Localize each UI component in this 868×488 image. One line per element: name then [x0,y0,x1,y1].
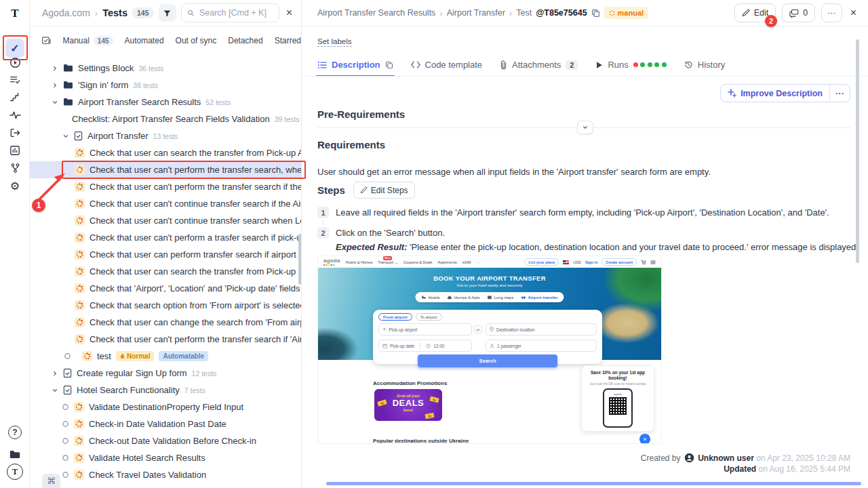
crumb-subsuite[interactable]: Airport Transfer [447,8,505,18]
agoda-nav-hotels-homes[interactable]: Hotels & Homes [346,260,373,264]
tree-doc-row[interactable]: Hotel Search Functionality7 tests [30,382,301,399]
tree-folder-row[interactable]: Airport Transfer Search Results52 tests [30,94,301,110]
filter-tab-starred[interactable]: Starred [275,36,301,45]
deals-banner[interactable]: Grab all your DEALS here! % % % [374,389,442,421]
set-labels-link[interactable]: Set labels [317,37,352,47]
destination-field[interactable]: Destination location [486,323,597,336]
tree-test-row[interactable]: Check that user can't continue transfer … [30,212,301,229]
tree-scrollbar-thumb[interactable] [298,234,301,285]
tree-test-row[interactable]: Check that user can't perform a trasfer … [30,229,301,246]
create-account-button[interactable]: Create account [601,258,637,266]
chevron-down-icon[interactable] [52,99,58,106]
tree-doc-row[interactable]: Create regular Sign Up form12 tests [30,365,301,382]
tree-folder-row[interactable]: 'Sign in' form38 tests [30,77,301,94]
direction-pill-from-airport[interactable]: From airport [378,313,412,321]
tree-test-row[interactable]: Check that user can search the transfer … [30,263,301,280]
agoda-logo[interactable]: agoda [323,258,340,266]
edit-steps-button[interactable]: Edit Steps [353,182,415,199]
improve-description-button[interactable]: Improve Description ··· [720,84,850,102]
filter-tab-manual[interactable]: Manual145 [62,36,113,45]
created-by-user[interactable]: Unknown user [698,453,754,463]
tree-test-row[interactable]: Validate DestinationProperty Field Input [30,399,301,415]
filter-tab-detached[interactable]: Detached [228,36,262,45]
tree-test-row[interactable]: Check-out Date Validation Before Check-i… [30,432,301,449]
search-transfer-button[interactable]: Search [418,354,557,367]
copy-icon[interactable] [385,61,393,69]
tree-test-row[interactable]: Check that user can't continue transfer … [30,195,301,212]
tab-attachments[interactable]: Attachments2 [500,60,578,76]
sign-in-link[interactable]: Sign in [585,260,597,264]
copy-id-icon[interactable] [591,9,600,18]
pulse-activity-icon[interactable] [5,106,24,125]
tree-folder-row[interactable]: Settings Block36 tests [30,60,301,77]
direction-pill-to-airport[interactable]: To airport [416,313,442,321]
tab-runs[interactable]: Runs [595,60,666,76]
attached-screenshot-agoda[interactable]: agoda Hotels & HomesTransport ⌄NewCoupon… [317,256,662,444]
filter-tab-out-of-sync[interactable]: Out of sync [176,36,217,45]
agoda-nav-transport[interactable]: Transport ⌄New [378,260,397,264]
tree-test-row[interactable]: Check that search option from 'From airp… [30,297,301,314]
agoda-tab-homes-apts[interactable]: Homes & Apts [447,295,479,300]
tree-test-row[interactable]: Validate Hotel Search Results [30,449,301,466]
plans-list-icon[interactable] [5,70,24,89]
menu-icon[interactable] [650,260,656,265]
search-box[interactable] [181,3,279,22]
chevron-right-icon[interactable] [52,82,58,89]
close-detail-icon[interactable]: × [848,7,859,19]
tab-code-template[interactable]: Code template [411,60,483,76]
us-flag-icon[interactable] [563,260,569,264]
agoda-tab-hotels[interactable]: Hotels [421,295,439,300]
app-qr-card[interactable]: Save 10% on your 1st app booking! Just s… [581,365,654,432]
tree-test-row[interactable]: Check that user can perform transfer sea… [30,246,301,263]
improve-main[interactable]: Improve Description [721,85,829,102]
collapse-section-button[interactable] [577,121,593,134]
dismiss-qr-button[interactable]: × [639,434,650,444]
chevron-right-icon[interactable] [52,370,58,377]
tree-folder-row[interactable]: Checklist: Airport Transfer Search Field… [30,110,301,127]
currency-selector[interactable]: USD [573,260,581,264]
passengers-field[interactable]: 1 passenger [486,340,597,352]
crumb-suite[interactable]: Airport Transfer Search Results [317,8,435,18]
cart-icon[interactable] [641,260,646,265]
chevron-down-icon[interactable] [52,387,58,394]
settings-gear-icon[interactable]: ⚙ [5,176,24,195]
help-icon[interactable]: ? [8,426,22,439]
tab-description[interactable]: Description [317,60,393,76]
tree-test-row[interactable]: Check that user can't perform the transf… [30,331,301,348]
tree-test-row[interactable]: Check-in Date Validation Past Date [30,415,301,432]
bulk-select-icon[interactable] [41,36,51,46]
pickup-date-time-field[interactable]: Pick-up date 12:00 [378,340,472,352]
projects-folder-icon[interactable] [5,445,24,464]
milestones-steps-icon[interactable] [5,88,24,107]
import-icon[interactable] [5,123,24,142]
tree-test-row[interactable]: Check that user can change the search fr… [30,314,301,331]
tab-history[interactable]: History [684,60,725,76]
tree-test-row[interactable]: Check that user can't perform the transf… [30,178,301,195]
improve-more-button[interactable]: ··· [829,85,850,102]
filter-tab-automated[interactable]: Automated [125,36,164,45]
agoda-nav-[interactable]: ··· [477,260,481,264]
tree-doc-row[interactable]: Airport Transfer13 tests [30,127,301,144]
comments-button[interactable]: 0 [782,3,815,22]
more-actions-button[interactable]: ··· [821,3,842,22]
list-your-place-button[interactable]: List your place [524,258,559,266]
agoda-nav-esim[interactable]: eSIM [462,260,471,264]
filter-button[interactable] [159,4,176,22]
agoda-nav-coupons-deals[interactable]: Coupons & Deals [403,260,433,264]
agoda-tab-airport-transfer[interactable]: Airport transfer [521,295,558,300]
search-input[interactable] [198,7,273,18]
agoda-nav-apartments[interactable]: Apartments [438,260,457,264]
tree-test-row[interactable]: Check that user can search the transfer … [30,144,301,161]
tree-test-row[interactable]: Check that 'Airport', 'Location' and 'Pi… [30,280,301,297]
tree-test-row[interactable]: Check Travel Dates Validation [30,466,301,483]
branches-icon[interactable] [5,159,24,178]
swap-direction-button[interactable]: ⇄ [474,325,482,333]
pickup-airport-field[interactable]: ✈ Pick-up airport [378,323,472,336]
horizontal-scrollbar[interactable] [326,482,861,485]
chevron-down-icon[interactable] [62,133,69,140]
chevron-right-icon[interactable] [52,65,58,72]
breadcrumb-project[interactable]: Agoda.com [42,7,90,18]
detail-scrollbar-thumb[interactable] [856,39,859,263]
app-logo[interactable]: T [5,4,24,23]
account-logo-icon[interactable]: T [7,464,23,480]
